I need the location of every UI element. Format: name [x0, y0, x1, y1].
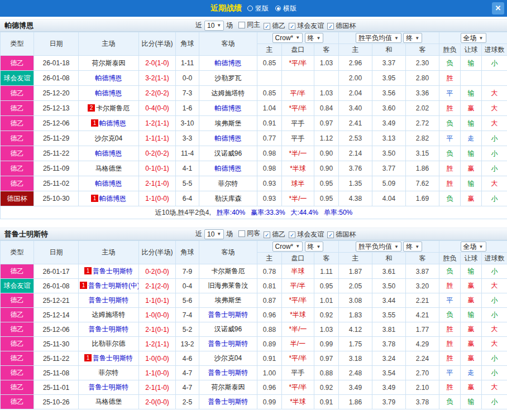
- away-team[interactable]: 勒沃库森: [199, 191, 257, 206]
- avg-home: 2.00: [339, 71, 372, 86]
- away-team[interactable]: 普鲁士明斯特: [199, 366, 257, 380]
- away-team[interactable]: 帕德博恩: [199, 161, 257, 176]
- away-team[interactable]: 汉诺威96: [199, 322, 257, 337]
- away-team[interactable]: 沙尔克04: [199, 351, 257, 366]
- avg-type-select[interactable]: 胜平负均值▼: [356, 242, 401, 252]
- filter-checkbox[interactable]: 同客: [238, 229, 260, 238]
- match-date: 25-12-06: [34, 322, 79, 337]
- away-team[interactable]: 旧海弗莱鲁汶: [199, 279, 257, 293]
- avg-type-select[interactable]: 胜平负均值▼: [356, 33, 401, 43]
- home-team[interactable]: 帕德博恩: [79, 146, 139, 161]
- filter-checkbox[interactable]: ✓球会友谊: [289, 230, 324, 239]
- home-team[interactable]: 马格德堡: [79, 161, 139, 176]
- filter-checkbox[interactable]: ✓德国杯: [327, 230, 356, 239]
- odds-stage-select[interactable]: 终▼: [305, 242, 324, 252]
- team-name-text: 普鲁士明斯特: [208, 340, 248, 347]
- filter-checkbox[interactable]: 同主: [238, 20, 260, 30]
- result-goals: 大: [482, 116, 507, 131]
- match-type-badge: 德乙: [1, 56, 34, 71]
- away-team[interactable]: 汉诺威96: [199, 146, 257, 161]
- match-date: 25-11-09: [34, 161, 79, 176]
- corner-count: 11-4: [176, 146, 199, 161]
- home-team[interactable]: 1帕德博恩: [79, 191, 139, 206]
- away-team[interactable]: 荷尔斯泰因: [199, 380, 257, 395]
- away-team[interactable]: 帕德博恩: [199, 56, 257, 71]
- home-team[interactable]: 比勒菲尔德: [79, 337, 139, 351]
- filter-checkbox[interactable]: ✓德乙: [264, 21, 285, 31]
- result-wdl: 负: [439, 116, 461, 131]
- result-wdl: 胜: [439, 71, 461, 86]
- filter-checkbox[interactable]: ✓德国杯: [327, 21, 356, 31]
- corner-count: 4-1: [176, 161, 199, 176]
- team-name-text: 卡尔斯鲁厄: [96, 104, 130, 112]
- home-team[interactable]: 帕德博恩: [79, 176, 139, 191]
- away-team[interactable]: 帕德博恩: [199, 131, 257, 146]
- home-team[interactable]: 普鲁士明斯特: [79, 293, 139, 308]
- layout-radio[interactable]: 横版: [275, 4, 296, 13]
- away-team[interactable]: 埃弗斯堡: [199, 293, 257, 308]
- avg-away: 2.72: [406, 116, 439, 131]
- filter-checkbox[interactable]: ✓德乙: [264, 230, 285, 239]
- away-team[interactable]: 达姆施塔特: [199, 86, 257, 101]
- home-team[interactable]: 1普鲁士明斯特(中): [79, 279, 139, 293]
- avg-stage-select[interactable]: 终▼: [403, 242, 422, 252]
- home-team[interactable]: 荷尔斯泰因: [79, 56, 139, 71]
- odds-source-select[interactable]: Crow*▼: [272, 242, 303, 252]
- odds-away: 0.92: [314, 380, 339, 395]
- odds-handicap: 平手: [282, 116, 314, 131]
- home-team[interactable]: 1普鲁士明斯特: [79, 351, 139, 366]
- avg-draw: 3.56: [372, 86, 406, 101]
- home-team[interactable]: 1帕德博恩: [79, 116, 139, 131]
- odds-away: 1.11: [314, 264, 339, 279]
- layout-radio[interactable]: 竖版: [247, 4, 269, 13]
- home-team[interactable]: 菲尔特: [79, 366, 139, 380]
- match-count-select[interactable]: 10▼: [204, 21, 224, 31]
- table-row: 德乙26-01-18荷尔斯泰因2-0(1-0)1-11帕德博恩0.85*平/半1…: [1, 56, 507, 71]
- match-count-select[interactable]: 10▼: [204, 229, 224, 239]
- avg-away: 2.82: [406, 131, 439, 146]
- match-score: 0-2(0-0): [139, 264, 176, 279]
- odds-home: 0.78: [257, 264, 282, 279]
- home-team[interactable]: 帕德博恩: [79, 71, 139, 86]
- table-row: 球会友谊26-01-081普鲁士明斯特(中)2-1(2-0)0-4旧海弗莱鲁汶0…: [1, 279, 507, 293]
- away-team[interactable]: 菲尔特: [199, 176, 257, 191]
- odds-handicap: 平手: [282, 366, 314, 380]
- team-name: 普鲁士明斯特: [0, 229, 48, 239]
- scope-select[interactable]: 全场▼: [461, 242, 486, 252]
- team-section-paderborn: 帕德博恩 近 10▼ 场 同主✓德乙✓球会友谊✓德国杯 类型 日期 主场 比分(…: [0, 19, 507, 219]
- home-team[interactable]: 沙尔克04: [79, 131, 139, 146]
- home-team[interactable]: 马格德堡: [79, 395, 139, 409]
- away-team[interactable]: 普鲁士明斯特: [199, 308, 257, 322]
- close-button[interactable]: ✕: [492, 2, 504, 15]
- odds-home: 0.85: [257, 86, 282, 101]
- near-label: 近: [195, 21, 202, 30]
- home-team[interactable]: 1普鲁士明斯特: [79, 264, 139, 279]
- result-handicap: 输: [461, 264, 482, 279]
- avg-stage-select[interactable]: 终▼: [403, 33, 422, 43]
- filter-checkbox[interactable]: ✓球会友谊: [289, 21, 324, 31]
- panel-title: 近期战绩: [211, 3, 242, 13]
- home-team[interactable]: 2卡尔斯鲁厄: [79, 101, 139, 116]
- col-odds-home: 主: [257, 44, 282, 56]
- away-team[interactable]: 普鲁士明斯特: [199, 337, 257, 351]
- col-avg-home: 主: [339, 44, 372, 56]
- team-name-text: 普鲁士明斯特: [93, 354, 133, 362]
- odds-home: 0.96: [257, 380, 282, 395]
- away-team[interactable]: 埃弗斯堡: [199, 116, 257, 131]
- home-team[interactable]: 普鲁士明斯特: [79, 380, 139, 395]
- scope-select[interactable]: 全场▼: [461, 33, 486, 43]
- avg-group-header: 胜平负均值▼ 终▼: [339, 32, 439, 44]
- near-label: 近: [195, 229, 202, 239]
- away-team[interactable]: 卡尔斯鲁厄: [199, 264, 257, 279]
- table-row: 德国杯25-10-301帕德博恩1-1(0-0)6-4勒沃库森0.93*半/一0…: [1, 191, 507, 206]
- home-team[interactable]: 帕德博恩: [79, 86, 139, 101]
- home-team[interactable]: 达姆施塔特: [79, 308, 139, 322]
- odds-stage-select[interactable]: 终▼: [305, 33, 324, 43]
- away-team[interactable]: 帕德博恩: [199, 101, 257, 116]
- away-team[interactable]: 普鲁士明斯特: [199, 395, 257, 409]
- match-score: 1-1(1-1): [139, 131, 176, 146]
- avg-home: 2.41: [339, 116, 372, 131]
- odds-source-select[interactable]: Crow*▼: [272, 33, 303, 43]
- away-team[interactable]: 沙勒罗瓦: [199, 71, 257, 86]
- home-team[interactable]: 普鲁士明斯特: [79, 322, 139, 337]
